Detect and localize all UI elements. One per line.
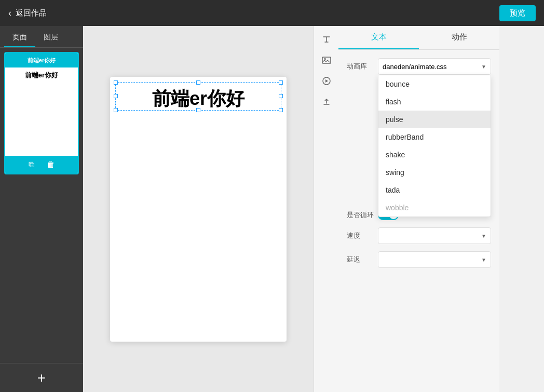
topbar: ‹ 返回作品 预览: [0, 0, 544, 26]
dropdown-item-rubberband[interactable]: rubberBand: [378, 128, 491, 146]
dropdown-item-wobble[interactable]: wobble: [378, 199, 491, 217]
dropdown-item-flash[interactable]: flash: [378, 93, 491, 111]
right-section: 文本 动作 动画库 daneden/animate.css ▼ bounce: [314, 26, 544, 392]
dropdown-item-bounce[interactable]: bounce: [378, 75, 491, 93]
thumb-title: 前端er你好: [5, 53, 78, 67]
text-tool-button[interactable]: [317, 30, 336, 49]
speed-select[interactable]: ▼: [378, 227, 491, 244]
dropdown-item-pulse[interactable]: pulse: [378, 111, 491, 128]
thumb-text: 前端er你好: [5, 67, 78, 80]
add-page-button[interactable]: +: [32, 369, 51, 387]
phone-frame: 前端er你好: [110, 77, 287, 342]
tools-column: [314, 26, 338, 392]
back-icon[interactable]: ‹: [8, 8, 11, 19]
svg-point-1: [324, 59, 325, 60]
upload-tool-button[interactable]: [317, 92, 336, 111]
library-select[interactable]: daneden/animate.css ▼: [378, 58, 491, 75]
dropdown-item-swing[interactable]: swing: [378, 164, 491, 181]
preview-button[interactable]: 预览: [499, 5, 536, 21]
delete-icon[interactable]: 🗑: [47, 160, 55, 169]
library-label: 动画库: [347, 62, 378, 71]
delay-select-arrow-icon: ▼: [481, 257, 486, 263]
sidebar-content: 前端er你好 前端er你好 ⧉ 🗑: [0, 48, 83, 363]
thumb-actions: ⧉ 🗑: [5, 156, 78, 173]
panel-tab-text[interactable]: 文本: [338, 26, 419, 49]
delay-select[interactable]: ▼: [378, 251, 491, 268]
tab-layer[interactable]: 图层: [35, 29, 66, 47]
copy-icon[interactable]: ⧉: [29, 160, 34, 169]
speed-select-arrow-icon: ▼: [481, 233, 486, 239]
dropdown-item-tada[interactable]: tada: [378, 181, 491, 199]
delay-row: 延迟 ▼: [347, 251, 491, 268]
sidebar-tabbar: 页面 图层: [0, 26, 83, 48]
image-tool-button[interactable]: [317, 51, 336, 70]
speed-select-wrapper: ▼: [378, 227, 491, 244]
speed-row: 速度 ▼: [347, 227, 491, 244]
dropdown-item-shake[interactable]: shake: [378, 146, 491, 164]
library-select-value: daneden/animate.css: [383, 63, 447, 71]
back-label[interactable]: 返回作品: [16, 8, 47, 18]
page-thumbnail[interactable]: 前端er你好 前端er你好 ⧉ 🗑: [4, 52, 79, 174]
library-select-arrow-icon: ▼: [481, 64, 486, 70]
speed-label: 速度: [347, 231, 378, 240]
panel-tab-action[interactable]: 动作: [419, 26, 499, 49]
panel-body: 动画库 daneden/animate.css ▼ bounce flash p…: [338, 50, 499, 392]
library-row: 动画库 daneden/animate.css ▼ bounce flash p…: [347, 58, 491, 75]
right-panel: 文本 动作 动画库 daneden/animate.css ▼ bounce: [338, 26, 499, 392]
thumb-body: 前端er你好: [5, 67, 78, 156]
delay-label: 延迟: [347, 255, 378, 264]
play-tool-button[interactable]: [317, 72, 336, 90]
tab-page[interactable]: 页面: [4, 29, 35, 47]
sidebar: 页面 图层 前端er你好 前端er你好 ⧉ 🗑 +: [0, 26, 83, 392]
canvas-area: 前端er你好: [83, 26, 314, 392]
topbar-left: ‹ 返回作品: [8, 8, 47, 19]
sidebar-bottom: +: [0, 363, 83, 392]
panel-tabs: 文本 动作: [338, 26, 499, 50]
main-layout: 页面 图层 前端er你好 前端er你好 ⧉ 🗑 + 前端er你好: [0, 26, 544, 392]
loop-label: 是否循环: [347, 210, 378, 220]
delay-select-wrapper: ▼: [378, 251, 491, 268]
animation-dropdown: bounce flash pulse rubberBand shake swin…: [378, 75, 491, 217]
library-select-wrapper: daneden/animate.css ▼ bounce flash pulse…: [378, 58, 491, 75]
text-element[interactable]: 前端er你好: [110, 82, 287, 116]
